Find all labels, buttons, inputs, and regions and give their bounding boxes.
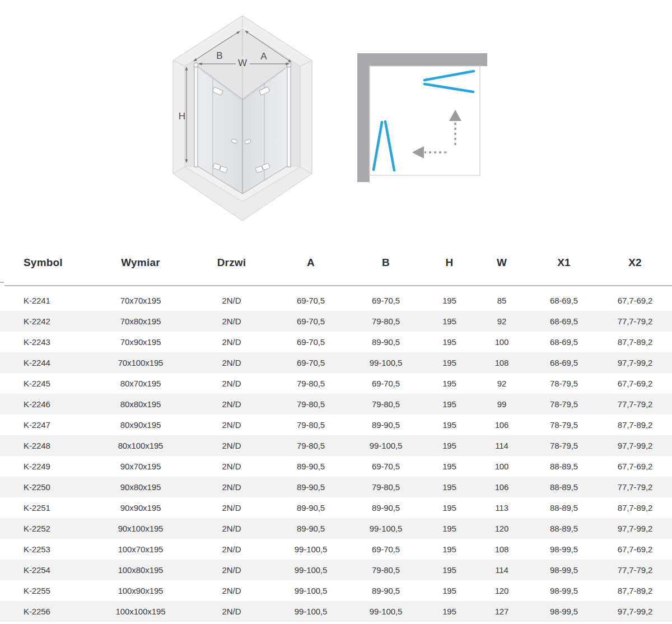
table-cell: K-2255 [0,580,93,601]
header-separator-nub [0,282,4,283]
table-cell: 88-89,5 [530,497,598,518]
table-cell: 2N/D [188,352,275,373]
table-cell: 2N/D [188,539,275,560]
table-cell: 68-69,5 [530,290,598,311]
table-cell: 70x80x195 [93,311,188,332]
table-row: K-224370x90x1952N/D69-70,589-90,51951006… [0,332,672,352]
datasheet-page: B A W H Symbol Wymiar Drzwi A B [0,0,672,624]
column-header-x1: X1 [530,253,598,272]
table-cell: 79-80,5 [347,477,425,497]
table-cell: K-2249 [0,456,93,477]
table-cell: 79-80,5 [275,415,347,435]
column-header-wymiar: Wymiar [93,253,188,272]
column-header-h: H [425,253,474,272]
table-cell: 114 [474,435,530,456]
table-cell: K-2245 [0,373,93,394]
table-cell: 69-70,5 [347,290,425,311]
isometric-enclosure-diagram: B A W H [170,4,315,223]
table-cell: 70x70x195 [93,290,188,311]
table-cell: 92 [474,311,530,332]
table-cell: K-2246 [0,394,93,415]
table-cell: 77,7-79,2 [598,394,672,415]
table-cell: 195 [425,415,474,435]
dim-label-b: B [216,50,222,61]
table-cell: 195 [425,560,474,580]
table-cell: 79-80,5 [347,394,425,415]
table-cell: 90x100x195 [93,518,188,539]
table-cell: 195 [425,435,474,456]
table-cell: 2N/D [188,560,275,580]
table-cell: 99 [474,394,530,415]
table-cell: 2N/D [188,435,275,456]
table-cell: 2N/D [188,518,275,539]
table-cell: 80x90x195 [93,415,188,435]
table-cell: K-2252 [0,518,93,539]
table-cell: 195 [425,477,474,497]
table-cell: 99-100,5 [275,539,347,560]
table-cell: 195 [425,352,474,373]
table-cell: 89-90,5 [275,497,347,518]
table-cell: 98-99,5 [530,601,598,622]
table-cell: 195 [425,518,474,539]
table-cell: 106 [474,415,530,435]
table-cell: 88-89,5 [530,518,598,539]
table-cell: K-2243 [0,332,93,352]
table-cell: 98-99,5 [530,539,598,560]
table-cell: 90x90x195 [93,497,188,518]
table-cell: 89-90,5 [347,332,425,352]
table-cell: K-2253 [0,539,93,560]
table-cell: 67,7-69,2 [598,373,672,394]
table-cell: 97,7-99,2 [598,352,672,373]
table-cell: 69-70,5 [347,373,425,394]
table-cell: 88-89,5 [530,456,598,477]
table-cell: 87,7-89,2 [598,415,672,435]
table-cell: 195 [425,601,474,622]
table-cell: 69-70,5 [275,332,347,352]
table-cell: 69-70,5 [275,290,347,311]
table-cell: 77,7-79,2 [598,477,672,497]
table-cell: 97,7-99,2 [598,518,672,539]
table-cell: K-2250 [0,477,93,497]
table-cell: 2N/D [188,601,275,622]
table-cell: 89-90,5 [347,415,425,435]
table-row: K-224580x70x1952N/D79-80,569-70,51959278… [0,373,672,394]
table-cell: 99-100,5 [275,580,347,601]
table-cell: 195 [425,290,474,311]
table-cell: 70x90x195 [93,332,188,352]
table-row: K-224780x90x1952N/D79-80,589-90,51951067… [0,415,672,435]
table-cell: 195 [425,332,474,352]
table-cell: 98-99,5 [530,580,598,601]
table-row: K-2254100x80x1952N/D99-100,579-80,519511… [0,560,672,580]
table-cell: 69-70,5 [275,311,347,332]
table-cell: 90x80x195 [93,477,188,497]
table-cell: 99-100,5 [347,518,425,539]
table-cell: 195 [425,456,474,477]
table-cell: K-2241 [0,290,93,311]
column-header-b: B [347,253,425,272]
table-cell: 195 [425,497,474,518]
table-cell: 78-79,5 [530,394,598,415]
table-cell: 108 [474,539,530,560]
table-cell: 114 [474,560,530,580]
table-row: K-2255100x90x1952N/D99-100,589-90,519512… [0,580,672,601]
table-cell: 79-80,5 [275,435,347,456]
table-cell: 89-90,5 [347,497,425,518]
table-cell: 80x70x195 [93,373,188,394]
table-cell: 68-69,5 [530,311,598,332]
table-cell: 89-90,5 [275,456,347,477]
table-cell: 68-69,5 [530,332,598,352]
table-cell: 99-100,5 [347,601,425,622]
table-cell: 88-89,5 [530,477,598,497]
table-cell: 2N/D [188,580,275,601]
table-row: K-224990x70x1952N/D89-90,569-70,51951008… [0,456,672,477]
table-cell: 68-69,5 [530,352,598,373]
table-cell: 99-100,5 [275,601,347,622]
table-cell: 2N/D [188,477,275,497]
table-cell: 2N/D [188,373,275,394]
column-header-w: W [474,253,530,272]
table-cell: 195 [425,580,474,601]
table-cell: 100x70x195 [93,539,188,560]
table-cell: 79-80,5 [275,394,347,415]
table-row: K-2253100x70x1952N/D99-100,569-70,519510… [0,539,672,560]
table-cell: 100 [474,332,530,352]
